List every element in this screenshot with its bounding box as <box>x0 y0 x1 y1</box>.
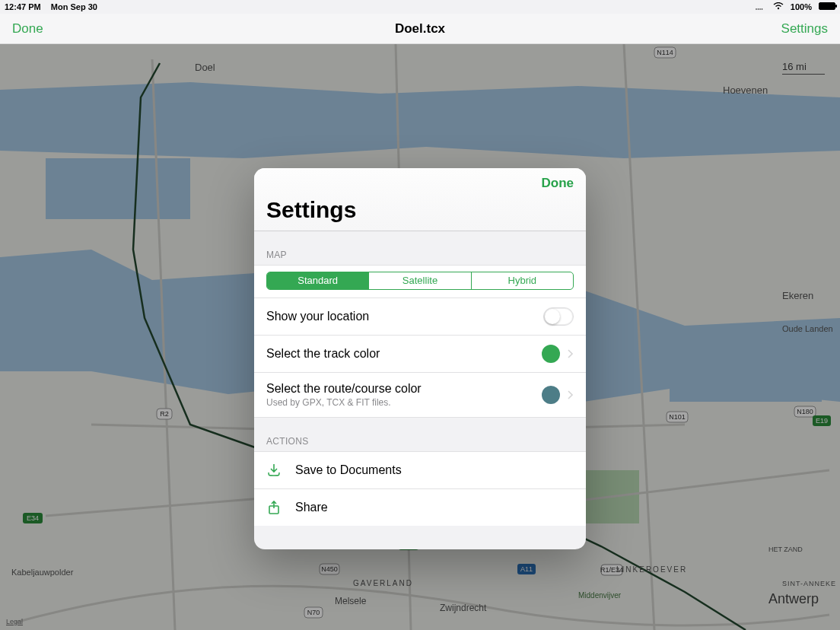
show-location-label: Show your location <box>266 310 369 323</box>
status-date: Mon Sep 30 <box>51 2 97 11</box>
action-share-label: Share <box>295 501 328 514</box>
settings-sheet: Done Settings MAP Standard Satellite Hyb… <box>254 168 586 549</box>
nav-done-button[interactable]: Done <box>12 21 43 37</box>
show-location-switch[interactable] <box>543 307 574 326</box>
sheet-header: Done Settings <box>254 168 586 231</box>
seg-hybrid[interactable]: Hybrid <box>472 272 573 289</box>
download-icon <box>266 463 282 478</box>
row-show-location: Show your location <box>254 298 586 336</box>
nav-bar: Done Doel.tcx Settings <box>0 14 840 44</box>
map-view[interactable]: E34 R2 N450 N70 E34 A11 N101 N114 N180 E… <box>0 44 840 630</box>
svg-point-4 <box>778 8 779 9</box>
seg-satellite[interactable]: Satellite <box>369 272 471 289</box>
action-share[interactable]: Share <box>254 489 586 526</box>
route-color-swatch <box>542 386 560 404</box>
svg-point-2 <box>759 8 761 10</box>
track-color-label: Select the track color <box>266 347 380 361</box>
nav-settings-button[interactable]: Settings <box>781 21 828 37</box>
sheet-title: Settings <box>266 197 574 223</box>
action-save-label: Save to Documents <box>295 463 402 477</box>
sheet-done-button[interactable]: Done <box>266 176 574 191</box>
route-color-sub: Used by GPX, TCX & FIT files. <box>266 397 422 408</box>
svg-point-3 <box>761 8 762 10</box>
wifi-icon <box>773 2 784 10</box>
seg-standard[interactable]: Standard <box>267 272 369 289</box>
chevron-right-icon <box>568 390 574 399</box>
status-bar: 12:47 PM Mon Sep 30 100% <box>0 0 840 14</box>
share-icon <box>266 500 282 515</box>
chevron-right-icon <box>568 349 574 358</box>
svg-point-1 <box>757 8 759 10</box>
page-title: Doel.tcx <box>12 21 828 37</box>
svg-point-0 <box>756 8 757 10</box>
battery-pct: 100% <box>791 2 812 11</box>
row-track-color[interactable]: Select the track color <box>254 336 586 373</box>
row-route-color[interactable]: Select the route/course color Used by GP… <box>254 373 586 418</box>
section-map-label: MAP <box>254 231 586 265</box>
action-save-documents[interactable]: Save to Documents <box>254 452 586 489</box>
route-color-label: Select the route/course color <box>266 382 422 396</box>
track-color-swatch <box>542 345 560 363</box>
cellular-icon <box>756 2 766 10</box>
battery-icon <box>819 2 835 10</box>
section-actions-label: ACTIONS <box>254 418 586 451</box>
map-type-segmented: Standard Satellite Hybrid <box>266 272 574 290</box>
status-time: 12:47 PM <box>5 2 41 11</box>
